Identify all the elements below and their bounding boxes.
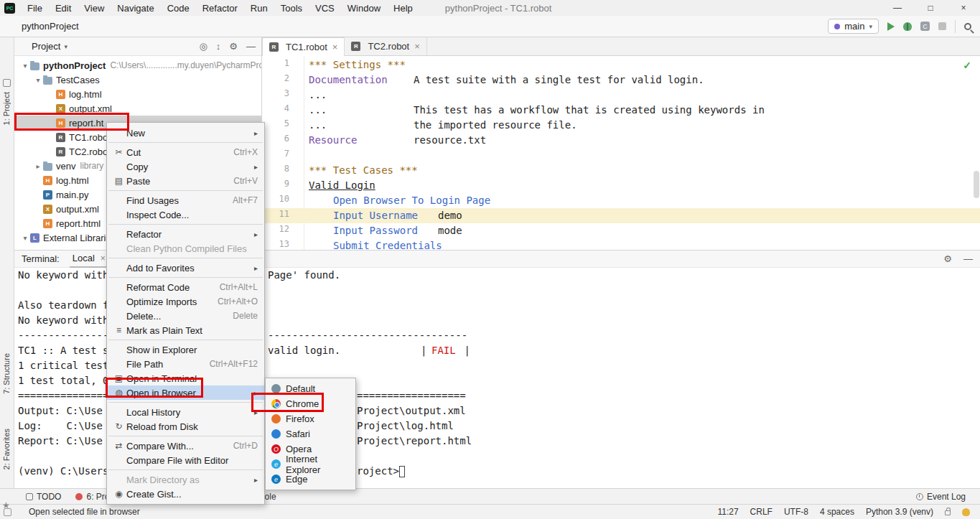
menu-item-reformat-code[interactable]: Reformat CodeCtrl+Alt+L: [107, 280, 264, 294]
breadcrumb[interactable]: pythonProject: [22, 21, 79, 32]
submenu-item-firefox[interactable]: Firefox: [266, 411, 355, 426]
tree-item-pythonproject[interactable]: ▾pythonProjectC:\Users\.............my.d…: [14, 58, 261, 73]
editor-line-11[interactable]: Input Usernamedemo: [262, 208, 980, 223]
chevron-right-icon[interactable]: ▸: [33, 162, 43, 170]
menu-item-file-path[interactable]: File PathCtrl+Alt+F12: [107, 357, 264, 371]
menubar-item-tools[interactable]: Tools: [274, 1, 309, 15]
close-tab-icon[interactable]: ×: [414, 41, 420, 52]
menu-item-add-to-favorites[interactable]: Add to Favorites▸: [107, 261, 264, 275]
search-everywhere-icon[interactable]: [964, 23, 971, 30]
menubar-item-window[interactable]: Window: [341, 1, 387, 15]
submenu-item-chrome[interactable]: Chrome: [266, 396, 355, 411]
maximize-button[interactable]: □: [914, 0, 947, 16]
notifications-icon[interactable]: [962, 508, 970, 516]
menubar-item-refactor[interactable]: Refactor: [196, 1, 244, 15]
menu-item-open-in-browser[interactable]: ◍Open in Browser▸: [107, 385, 264, 400]
menu-item-optimize-imports[interactable]: Optimize ImportsCtrl+Alt+O: [107, 294, 264, 309]
tree-item-log-html[interactable]: Hlog.html: [14, 87, 261, 101]
git-branch-selector[interactable]: main ▾: [828, 19, 879, 34]
editor-line-7[interactable]: [262, 148, 980, 163]
editor-line-2[interactable]: DocumentationA test suite with a single …: [262, 73, 980, 88]
tree-item-output-xml[interactable]: Xoutput.xml: [14, 101, 261, 116]
editor-line-1[interactable]: *** Settings ***: [262, 57, 980, 73]
stripe-button-structure[interactable]: 7: Structure: [2, 353, 11, 394]
menu-item-clean-python-compiled-files[interactable]: Clean Python Compiled Files: [107, 241, 264, 256]
terminal-cursor[interactable]: [399, 466, 405, 477]
project-panel-title[interactable]: Project: [32, 41, 60, 52]
minimize-button[interactable]: —: [881, 0, 914, 16]
editor-line-10[interactable]: Open Browser To Login Page: [262, 193, 980, 208]
menubar-item-run[interactable]: Run: [244, 1, 274, 15]
project-tool-icon[interactable]: [3, 79, 11, 87]
status-widget-4-spaces[interactable]: 4 spaces: [820, 507, 854, 517]
editor-line-4[interactable]: ...This test has a workflow that is crea…: [262, 103, 980, 118]
status-widget-utf-8[interactable]: UTF-8: [784, 507, 808, 517]
menu-item-local-history[interactable]: Local History▸: [107, 405, 264, 419]
lock-icon[interactable]: [945, 510, 951, 515]
locate-file-icon[interactable]: ◎: [200, 41, 207, 52]
chevron-down-icon[interactable]: ▾: [33, 76, 43, 84]
hide-panel-icon[interactable]: —: [963, 253, 973, 264]
event-log-button[interactable]: Event Log: [909, 489, 973, 505]
gear-icon[interactable]: ⚙: [943, 253, 952, 264]
menu-item-open-in-terminal[interactable]: ▣Open in Terminal: [107, 371, 264, 385]
status-widget-11-27[interactable]: 11:27: [717, 507, 738, 517]
editor-line-3[interactable]: ...: [262, 88, 980, 103]
coverage-button[interactable]: C: [920, 22, 930, 31]
menubar-item-view[interactable]: View: [78, 1, 111, 15]
editor-line-9[interactable]: Valid Login: [262, 178, 980, 193]
submenu-item-safari[interactable]: Safari: [266, 426, 355, 441]
menubar-item-edit[interactable]: Edit: [49, 1, 78, 15]
menu-item-paste[interactable]: ▤PasteCtrl+V: [107, 174, 264, 188]
submenu-item-default[interactable]: Default: [266, 381, 355, 396]
menu-item-mark-as-plain-text[interactable]: ≡Mark as Plain Text: [107, 323, 264, 337]
menu-item-delete[interactable]: Delete...Delete: [107, 309, 264, 323]
run-button[interactable]: [887, 22, 895, 31]
menu-item-mark-directory-as[interactable]: Mark Directory as▸: [107, 472, 264, 487]
collapse-all-icon[interactable]: ↕: [216, 41, 221, 52]
menubar-item-help[interactable]: Help: [387, 1, 419, 15]
editor-line-6[interactable]: Resourceresource.txt: [262, 133, 980, 148]
menu-item-create-gist[interactable]: ◉Create Gist...: [107, 487, 264, 501]
chevron-down-icon[interactable]: ▾: [64, 43, 67, 50]
submenu-item-internet-explorer[interactable]: eInternet Explorer: [266, 457, 355, 472]
menu-item-compare-file-with-editor[interactable]: Compare File with Editor: [107, 453, 264, 467]
menubar-item-navigate[interactable]: Navigate: [111, 1, 160, 15]
stripe-button-favorites[interactable]: 2: Favorites: [2, 429, 11, 469]
favorites-star-icon[interactable]: ★: [2, 500, 10, 510]
chevron-down-icon[interactable]: ▾: [20, 234, 30, 242]
status-widget-python-3-9-venv[interactable]: Python 3.9 (venv): [866, 507, 933, 517]
editor-line-12[interactable]: Input Passwordmode: [262, 223, 980, 238]
editor-tab-tc2-robot[interactable]: RTC2.robot×: [345, 37, 426, 55]
editor-body[interactable]: ✓ *** Settings ***1DocumentationA test s…: [262, 56, 980, 250]
close-icon[interactable]: ×: [101, 253, 106, 263]
menu-item-compare-with[interactable]: ⇄Compare With...Ctrl+D: [107, 439, 264, 453]
editor-line-5[interactable]: ...the imported resource file.: [262, 118, 980, 133]
hide-panel-icon[interactable]: —: [246, 41, 256, 52]
menu-item-find-usages[interactable]: Find UsagesAlt+F7: [107, 193, 264, 207]
status-widget-crlf[interactable]: CRLF: [750, 507, 773, 517]
editor-tab-tc1-robot[interactable]: RTC1.robot×: [262, 37, 345, 56]
close-button[interactable]: ×: [947, 0, 980, 16]
close-tab-icon[interactable]: ×: [332, 42, 338, 52]
editor-line-13[interactable]: Submit Credentials: [262, 238, 980, 250]
gear-icon[interactable]: ⚙: [229, 41, 238, 52]
menu-item-show-in-explorer[interactable]: Show in Explorer: [107, 342, 264, 357]
menu-item-refactor[interactable]: Refactor▸: [107, 227, 264, 241]
menu-item-inspect-code[interactable]: Inspect Code...: [107, 207, 264, 222]
menubar-item-file[interactable]: File: [21, 1, 49, 15]
stop-button[interactable]: [938, 22, 946, 30]
menu-item-copy[interactable]: Copy▸: [107, 159, 264, 174]
editor-line-8[interactable]: *** Test Cases ***: [262, 163, 980, 178]
menu-item-reload-from-disk[interactable]: ↻Reload from Disk: [107, 419, 264, 434]
debug-button[interactable]: [903, 22, 912, 31]
menu-item-cut[interactable]: ✂CutCtrl+X: [107, 145, 264, 159]
stripe-button-project[interactable]: 1: Project: [2, 92, 11, 125]
menubar-item-code[interactable]: Code: [161, 1, 196, 15]
chevron-down-icon[interactable]: ▾: [20, 62, 30, 70]
tool-window-button-todo[interactable]: TODO: [19, 489, 68, 505]
tree-item-testcases[interactable]: ▾TestCases: [14, 73, 261, 87]
menu-item-new[interactable]: New▸: [107, 126, 264, 140]
menubar-item-vcs[interactable]: VCS: [309, 1, 341, 15]
terminal-tab-local[interactable]: Local ×: [70, 251, 108, 268]
